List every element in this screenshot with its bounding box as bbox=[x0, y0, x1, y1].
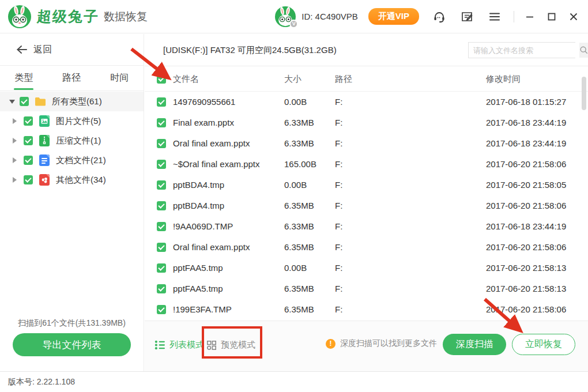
version-label: 版本号: 2.22.1.108 bbox=[8, 372, 75, 392]
tree-item-image-files[interactable]: 图片文件(5) bbox=[0, 111, 144, 131]
tree-item-archive-files[interactable]: 压缩文件(1) bbox=[0, 131, 144, 150]
file-modified: 2017-06-20 21:58:13 bbox=[486, 278, 566, 299]
deep-scan-hint: ! 深度扫描可以找到更多文件 bbox=[326, 338, 437, 349]
user-id: ID: 4C490VPB bbox=[301, 12, 358, 21]
tab-type[interactable]: 类型 bbox=[0, 66, 48, 91]
tree-item-label: 压缩文件(1) bbox=[56, 135, 101, 146]
table-row[interactable]: pptFAA5.tmp 0.00B F: 2017-06-20 21:58:13 bbox=[145, 258, 588, 278]
file-size: 0.00B bbox=[284, 258, 307, 278]
table-row[interactable]: !199E3FA.TMP 6.35MB F: 2017-06-20 21:58:… bbox=[145, 299, 588, 320]
titlebar-separator bbox=[514, 11, 514, 22]
search-button[interactable] bbox=[579, 43, 588, 58]
volume-header: [UDISK(F:)] FAT32 可用空间24.5GB(31.2GB) bbox=[145, 34, 588, 66]
table-row[interactable]: ~$Oral final exam.pptx 165.00B F: 2017-0… bbox=[145, 154, 588, 175]
user-avatar[interactable]: V bbox=[275, 6, 296, 27]
tree-checkbox[interactable] bbox=[24, 175, 33, 184]
file-size: 0.00B bbox=[284, 175, 307, 195]
file-path: F: bbox=[335, 112, 342, 133]
table-row[interactable]: Final exam.pptx 6.33MB F: 2017-06-18 23:… bbox=[145, 112, 588, 133]
list-mode-label: 列表模式 bbox=[169, 340, 204, 350]
expand-triangle-icon[interactable] bbox=[13, 118, 17, 124]
menu-icon[interactable] bbox=[487, 9, 502, 24]
expand-triangle-icon[interactable] bbox=[13, 177, 17, 183]
preview-mode-toggle[interactable]: 预览模式 bbox=[206, 340, 255, 350]
customer-service-icon[interactable] bbox=[432, 9, 447, 24]
table-row[interactable]: !9AA069D.TMP 6.33MB F: 2017-06-18 23:44:… bbox=[145, 216, 588, 237]
scrollbar-thumb[interactable] bbox=[582, 77, 586, 110]
expand-triangle-icon[interactable] bbox=[13, 157, 17, 163]
tree-item-other-files[interactable]: 其他文件(34) bbox=[0, 170, 144, 190]
warning-icon: ! bbox=[326, 339, 336, 349]
close-icon[interactable] bbox=[567, 10, 580, 23]
row-checkbox[interactable] bbox=[157, 201, 166, 210]
tree-checkbox[interactable] bbox=[24, 156, 33, 165]
file-modified: 2017-06-20 21:58:05 bbox=[486, 175, 566, 195]
minimize-icon[interactable] bbox=[523, 10, 536, 23]
row-checkbox[interactable] bbox=[157, 222, 166, 231]
table-select-all-checkbox[interactable] bbox=[157, 74, 166, 84]
file-path: F: bbox=[335, 278, 342, 299]
table-row[interactable]: pptBDA4.tmp 6.35MB F: 2017-06-20 21:58:0… bbox=[145, 195, 588, 216]
file-name: ~$Oral final exam.pptx bbox=[173, 154, 260, 175]
tree-item-all-types[interactable]: 所有类型(61) bbox=[0, 92, 144, 111]
table-row[interactable]: pptFAA5.tmp 6.35MB F: 2017-06-20 21:58:1… bbox=[145, 278, 588, 299]
maximize-icon[interactable] bbox=[545, 10, 558, 23]
column-header-size: 大小 bbox=[284, 66, 301, 92]
row-checkbox[interactable] bbox=[157, 139, 166, 148]
row-checkbox[interactable] bbox=[157, 243, 166, 252]
file-path: F: bbox=[335, 237, 342, 258]
action-bar: 列表模式 预览模式 ! 深度扫描可以找到更多文件 深度扫描 立即恢复 bbox=[145, 321, 588, 371]
column-header-path: 路径 bbox=[335, 66, 352, 92]
recover-button[interactable]: 立即恢复 bbox=[512, 334, 575, 355]
file-modified: 2017-06-18 01:15:27 bbox=[486, 92, 566, 112]
file-modified: 2017-06-18 23:44:19 bbox=[486, 216, 566, 237]
feedback-icon[interactable] bbox=[459, 9, 474, 24]
tree-checkbox[interactable] bbox=[24, 116, 33, 126]
product-name: 数据恢复 bbox=[104, 9, 148, 24]
tree-checkbox[interactable] bbox=[24, 136, 33, 145]
file-path: F: bbox=[335, 299, 342, 320]
export-file-list-button[interactable]: 导出文件列表 bbox=[13, 333, 131, 356]
tab-time[interactable]: 时间 bbox=[96, 66, 144, 91]
tree-item-label: 其他文件(34) bbox=[56, 175, 106, 186]
file-size: 6.33MB bbox=[284, 133, 314, 154]
row-checkbox[interactable] bbox=[157, 263, 166, 273]
row-checkbox[interactable] bbox=[157, 160, 166, 169]
status-bar: 版本号: 2.22.1.108 bbox=[0, 371, 588, 392]
preview-mode-label: 预览模式 bbox=[221, 340, 255, 350]
tree-checkbox[interactable] bbox=[20, 97, 29, 106]
tree-item-doc-files[interactable]: 文档文件(21) bbox=[0, 150, 144, 170]
search-icon bbox=[579, 46, 588, 55]
table-row[interactable]: Oral final exam.pptx 6.35MB F: 2017-06-2… bbox=[145, 237, 588, 258]
table-row[interactable]: 1497690955661 0.00B F: 2017-06-18 01:15:… bbox=[145, 92, 588, 112]
file-path: F: bbox=[335, 154, 342, 175]
search-input[interactable] bbox=[469, 43, 579, 58]
tab-path[interactable]: 路径 bbox=[48, 66, 96, 91]
file-path: F: bbox=[335, 92, 342, 112]
file-name: Oral final exam.pptx bbox=[173, 237, 250, 258]
expand-triangle-icon[interactable] bbox=[13, 138, 17, 144]
file-path: F: bbox=[335, 195, 342, 216]
folder-icon bbox=[35, 96, 46, 107]
open-vip-button[interactable]: 开通VIP bbox=[368, 8, 419, 25]
file-path: F: bbox=[335, 216, 342, 237]
deep-scan-button[interactable]: 深度扫描 bbox=[443, 334, 506, 355]
row-checkbox[interactable] bbox=[157, 284, 166, 293]
back-arrow-icon bbox=[16, 45, 28, 54]
app-window: 超级兔子 数据恢复 V ID: 4C490VPB 开通V bbox=[0, 0, 588, 392]
back-button[interactable]: 返回 bbox=[0, 34, 144, 66]
file-name: 1497690955661 bbox=[173, 92, 235, 112]
table-row[interactable]: Oral final exam.pptx 6.33MB F: 2017-06-1… bbox=[145, 133, 588, 154]
row-checkbox[interactable] bbox=[157, 305, 166, 314]
file-modified: 2017-06-20 21:58:13 bbox=[486, 258, 566, 278]
row-checkbox[interactable] bbox=[157, 118, 166, 127]
table-row[interactable]: pptBDA4.tmp 0.00B F: 2017-06-20 21:58:05 bbox=[145, 175, 588, 195]
list-mode-toggle[interactable]: 列表模式 bbox=[154, 340, 204, 350]
title-bar: 超级兔子 数据恢复 V ID: 4C490VPB 开通V bbox=[0, 0, 588, 33]
row-checkbox[interactable] bbox=[157, 180, 166, 190]
volume-info: [UDISK(F:)] FAT32 可用空间24.5GB(31.2GB) bbox=[163, 34, 337, 66]
collapse-triangle-icon[interactable] bbox=[9, 100, 15, 104]
file-size: 165.00B bbox=[284, 154, 316, 175]
file-name: pptBDA4.tmp bbox=[173, 175, 224, 195]
row-checkbox[interactable] bbox=[157, 97, 166, 107]
